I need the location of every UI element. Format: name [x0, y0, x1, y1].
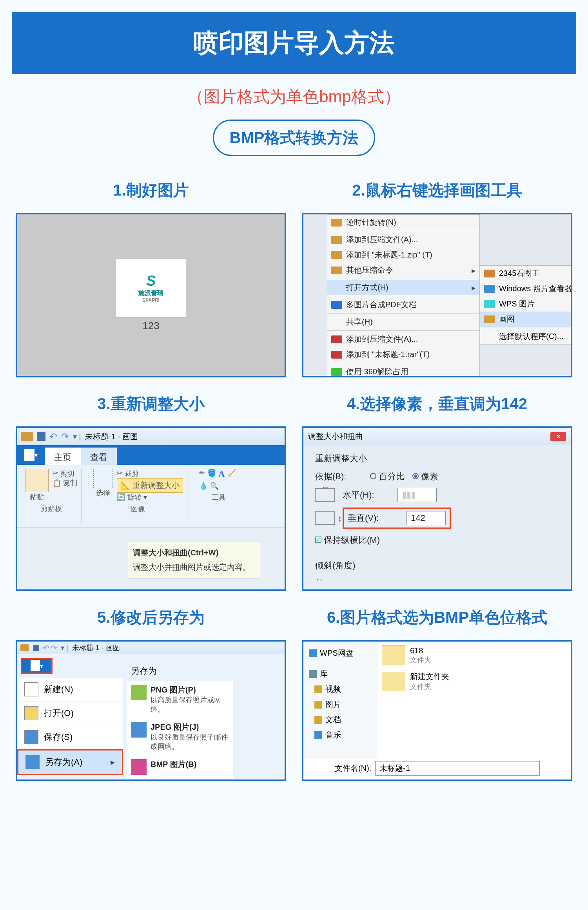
resize-tooltip: 调整大小和扭曲(Ctrl+W) 调整大小并扭曲图片或选定内容。 [127, 542, 260, 578]
submenu: 2345看图王 Windows 照片查看器 WPS 图片 画图 选择默认程序(C… [480, 265, 572, 344]
radio-percent[interactable]: 百分比 [370, 471, 405, 482]
folder-icon [382, 672, 405, 691]
file-menu-button[interactable]: ▾ [17, 445, 45, 465]
fill-icon[interactable]: 🪣 [207, 469, 216, 479]
ctx-item-openwith[interactable]: 打开方式(H)▸ [327, 280, 479, 295]
sidebar-music[interactable]: 音乐 [307, 727, 374, 743]
step3-panel: ↶ ↷ ▾ | 未标题-1 - 画图 ▾ 主页 查看 粘贴 [16, 426, 286, 591]
eraser-icon[interactable]: 🧹 [227, 469, 236, 479]
sidebar-pic[interactable]: 图片 [307, 697, 374, 712]
menu-save[interactable]: 保存(S) [17, 725, 123, 749]
pencil-icon[interactable]: ✏ [199, 469, 205, 479]
horiz-input[interactable]: ▮▮▮ [397, 488, 437, 502]
subtitle: （图片格式为单色bmp格式） [0, 86, 588, 108]
menu-saveas[interactable]: 另存为(A)▸ [17, 749, 123, 775]
format-bmp[interactable]: BMP 图片(B) [127, 755, 233, 779]
menu-new[interactable]: 新建(N) [17, 678, 123, 702]
format-jpeg[interactable]: JPEG 图片(J)以良好质量保存照子邮件或网络。 [127, 718, 233, 755]
filename-input[interactable]: 未标题-1 [375, 761, 540, 776]
format-png[interactable]: PNG 图片(P)以高质量保存照片或网络。 [127, 681, 233, 718]
file-label: 123 [116, 320, 186, 332]
sidebar-lib[interactable]: 库 [307, 666, 374, 682]
rotate-button[interactable]: 🔄 旋转 ▾ [117, 493, 183, 502]
section-label: 重新调整大小 [315, 453, 559, 464]
cut-button[interactable]: ✂ 剪切 [53, 469, 77, 478]
redo-icon[interactable]: ↷ [61, 431, 69, 442]
keep-ratio-checkbox[interactable]: 保持纵横比(M) [315, 534, 380, 546]
ctx-item[interactable]: 添加到 "未标题-1.zip" (T) [327, 247, 479, 263]
step4-panel: 调整大小和扭曲 ✕ 重新调整大小 依据(B): 百分比 像素 ↔ 水平(H): … [302, 426, 572, 591]
step5-panel: ↶ ↷ ▾ | 未标题-1 - 画图 ▾ 新建(N) 打开(O) 保存(S) 另… [16, 640, 286, 781]
ctx-item[interactable]: 其他压缩命令▸ [327, 263, 479, 278]
sub-item[interactable]: 选择默认程序(C)... [480, 329, 572, 344]
ctx-item[interactable]: 添加到压缩文件(A)... [327, 232, 479, 247]
ctx-item[interactable]: 逆时针旋转(N) [327, 215, 479, 230]
ctx-item[interactable]: 添加到 "未标题-1.rar"(T) [327, 347, 479, 362]
folder-item[interactable]: 618文件夹 [382, 645, 449, 665]
resize-button[interactable]: 📐 重新调整大小 [117, 478, 183, 493]
ctx-item[interactable]: 共享(H) [327, 314, 479, 330]
step5-title: 5.修改后另存为 [16, 607, 286, 628]
skew-label: 倾斜(角度) [315, 560, 559, 571]
image-group: 选择 ✂ 裁剪 📐 重新调整大小 🔄 旋转 ▾ 图像 [89, 469, 187, 523]
step3-title: 3.重新调整大小 [16, 393, 286, 415]
file-icon[interactable]: S 施派普瑞 SPAPRI [116, 259, 186, 317]
paint-titlebar: ↶ ↷ ▾ | 未标题-1 - 画图 [17, 428, 285, 445]
step1-panel: S 施派普瑞 SPAPRI 123 [16, 213, 286, 377]
saveas-panel: 另存为 PNG 图片(P)以高质量保存照片或网络。 JPEG 图片(J)以良好质… [127, 661, 233, 779]
window-title: 未标题-1 - 画图 [85, 431, 138, 442]
step6-title: 6.图片格式选为BMP单色位格式 [302, 607, 572, 628]
sub-item-paint[interactable]: 画图 [480, 312, 572, 327]
sub-item[interactable]: Windows 照片查看器 [480, 281, 572, 296]
picker-icon[interactable]: 💧 [199, 482, 208, 490]
folder-icon [382, 645, 405, 665]
filename-label: 文件名(N): [335, 763, 371, 774]
step2-title: 2.鼠标右键选择画图工具 [302, 179, 572, 201]
ctx-item[interactable]: 添加到压缩文件(A)... [327, 332, 479, 347]
close-icon[interactable]: ✕ [550, 432, 566, 441]
step1-title: 1.制好图片 [16, 179, 286, 201]
vert-input[interactable]: 142 [407, 511, 446, 525]
ctx-item[interactable]: 使用 360解除占用 [327, 364, 479, 377]
paint-app-icon [21, 432, 33, 441]
crop-button[interactable]: ✂ 裁剪 [117, 469, 183, 478]
sidebar-doc[interactable]: 文档 [307, 712, 374, 727]
sidebar-wps[interactable]: WPS网盘 [307, 645, 374, 661]
context-menu: 逆时针旋转(N) 添加到压缩文件(A)... 添加到 "未标题-1.zip" (… [327, 214, 480, 377]
sub-item[interactable]: WPS 图片 [480, 296, 572, 312]
tab-home[interactable]: 主页 [45, 448, 81, 465]
bmp-method-button[interactable]: BMP格式转换方法 [213, 120, 376, 156]
sub-item[interactable]: 2345看图王 [480, 266, 572, 281]
vert-icon: ↕ [315, 511, 335, 525]
tools-group: ✏ 🪣 A 🧹 💧 🔍 工具 [195, 469, 242, 523]
dialog-title: 调整大小和扭曲 ✕ [303, 428, 571, 445]
clipboard-group: 粘贴 ✂ 剪切 📋 复制 剪贴板 [21, 469, 82, 523]
radio-pixel[interactable]: 像素 [412, 471, 438, 482]
horiz-icon: ↔ [315, 488, 335, 502]
folder-item[interactable]: 新建文件夹文件夹 [382, 671, 449, 691]
sidebar-video[interactable]: 视频 [307, 682, 374, 697]
select-button[interactable] [93, 469, 113, 488]
sidebar: WPS网盘 库 视频 图片 文档 音乐 [303, 642, 378, 759]
copy-button[interactable]: 📋 复制 [53, 478, 77, 488]
step4-title: 4.选择像素，垂直调为142 [302, 393, 572, 415]
file-menu: 新建(N) 打开(O) 保存(S) 另存为(A)▸ [17, 678, 123, 775]
menu-open[interactable]: 打开(O) [17, 702, 123, 725]
step2-panel: 逆时针旋转(N) 添加到压缩文件(A)... 添加到 "未标题-1.zip" (… [302, 213, 572, 377]
zoom-icon[interactable]: 🔍 [210, 482, 219, 490]
page-title: 喷印图片导入方法 [12, 12, 576, 74]
undo-icon[interactable]: ↶ [49, 431, 57, 442]
save-icon[interactable] [37, 432, 45, 441]
step6-panel: WPS网盘 库 视频 图片 文档 音乐 618文件夹 新建文件夹文件夹 [302, 640, 572, 781]
paste-button[interactable] [25, 469, 49, 492]
file-menu-button[interactable]: ▾ [21, 658, 53, 674]
text-icon[interactable]: A [218, 469, 225, 479]
ctx-item[interactable]: 多图片合成PDF文档 [327, 297, 479, 312]
tab-view[interactable]: 查看 [81, 448, 117, 465]
